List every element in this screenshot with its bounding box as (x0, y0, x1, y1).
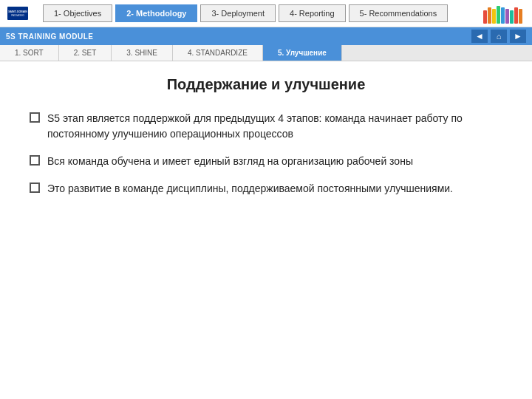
item-text-1: S5 этап является поддержкой для предыдущ… (47, 111, 502, 142)
tab-deployment[interactable]: 3- Deployment (200, 4, 276, 22)
training-module-bar: 5S TRAINING MODULE ◄ ⌂ ► (0, 27, 532, 45)
list-item: Вся команда обучена и имеет единый взгля… (30, 154, 502, 169)
tab-methodology[interactable]: 2- Methodology (115, 4, 197, 22)
navigation-tabs: 1- Objectives 2- Methodology 3- Deployme… (43, 4, 525, 22)
svg-text:PACKAGING: PACKAGING (11, 14, 24, 17)
bullet-icon (30, 112, 40, 123)
training-bar-title: 5S TRAINING MODULE (6, 33, 93, 41)
tab-reporting[interactable]: 4- Reporting (279, 4, 346, 22)
home-button[interactable]: ⌂ (491, 30, 507, 43)
list-item: S5 этап является поддержкой для предыдущ… (30, 111, 502, 142)
svg-rect-0 (7, 7, 28, 20)
bullet-icon (30, 183, 40, 193)
prev-arrow-button[interactable]: ◄ (471, 30, 488, 43)
sub-tab-set[interactable]: 2. SET (59, 45, 112, 61)
sub-tab-standardize[interactable]: 4. STANDARDIZE (173, 45, 263, 61)
content-list: S5 этап является поддержкой для предыдущ… (30, 111, 502, 197)
svg-rect-4 (488, 7, 491, 24)
sub-tab-shine[interactable]: 3. SHINE (112, 45, 173, 61)
tab-objectives[interactable]: 1- Objectives (43, 4, 112, 22)
sub-tab-sort[interactable]: 1. SORT (0, 45, 59, 61)
navigation-arrows: ◄ ⌂ ► (471, 30, 526, 43)
svg-rect-5 (492, 9, 496, 24)
sub-tab-improve[interactable]: 5. Улучшение (263, 45, 342, 61)
logo: SAINT-GOBAIN PACKAGING (7, 7, 28, 20)
svg-rect-6 (497, 6, 500, 24)
svg-rect-9 (510, 10, 514, 24)
next-arrow-button[interactable]: ► (510, 30, 526, 43)
svg-rect-7 (501, 7, 505, 24)
logo-icon: SAINT-GOBAIN PACKAGING (7, 7, 28, 20)
bullet-icon (30, 155, 40, 166)
svg-rect-10 (514, 7, 518, 24)
tab-recommendations[interactable]: 5- Recommendations (349, 4, 449, 22)
sub-navigation-tabs: 1. SORT 2. SET 3. SHINE 4. STANDARDIZE 5… (0, 45, 532, 61)
page-title: Поддержание и улучшение (30, 76, 502, 93)
svg-rect-8 (505, 9, 509, 24)
bottles-decoration (482, 3, 526, 25)
svg-rect-3 (483, 10, 487, 24)
svg-rect-11 (519, 9, 522, 24)
item-text-3: Это развитие в команде дисциплины, подде… (47, 181, 502, 197)
item-text-2: Вся команда обучена и имеет единый взгля… (47, 154, 502, 169)
list-item: Это развитие в команде дисциплины, подде… (30, 181, 502, 197)
svg-text:SAINT-GOBAIN: SAINT-GOBAIN (8, 10, 27, 13)
main-content: Поддержание и улучшение S5 этап является… (0, 61, 532, 223)
header: SAINT-GOBAIN PACKAGING 1- Objectives 2- … (0, 0, 532, 27)
